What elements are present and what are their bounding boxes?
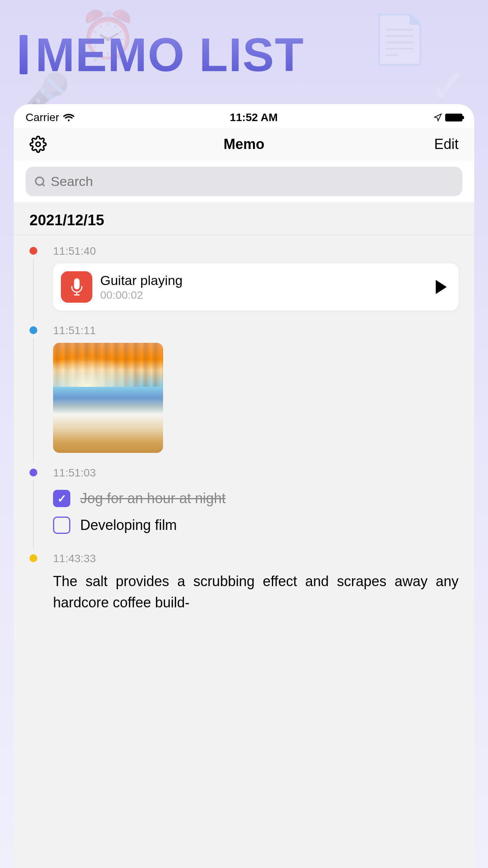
search-icon [34, 176, 46, 188]
checklist-label: Jog for an hour at night [80, 490, 226, 507]
edit-button[interactable]: Edit [434, 136, 459, 153]
audio-info: Guitar playing 00:00:02 [100, 273, 428, 302]
timeline-dot [29, 247, 37, 255]
status-right [433, 113, 462, 122]
timeline-line [33, 259, 34, 320]
title-text: MEMO LIST [35, 28, 305, 82]
date-header: 2021/12/15 [14, 206, 474, 235]
search-input[interactable] [51, 174, 454, 189]
entry-timestamp: 11:43:33 [53, 552, 459, 565]
status-left: Carrier [26, 111, 74, 124]
timeline-entry-image: 11:51:11 [14, 320, 474, 463]
checkbox-checked[interactable]: ✓ [53, 490, 70, 507]
checklist-item: ✓ Jog for an hour at night [53, 485, 459, 512]
nav-bar: Memo Edit [14, 128, 474, 161]
text-memo-content[interactable]: The salt provides a scrubbing effect and… [53, 571, 459, 613]
microphone-icon [70, 278, 84, 296]
timeline-entry-text: 11:43:33 The salt provides a scrubbing e… [14, 548, 474, 623]
location-icon [433, 113, 442, 122]
audio-duration: 00:00:02 [100, 289, 428, 302]
title-accent-bar [20, 35, 28, 74]
carrier-label: Carrier [26, 111, 59, 124]
svg-point-0 [36, 142, 40, 147]
memo-list-content: 2021/12/15 11:51:40 Guitar playing 00 [14, 202, 474, 868]
timeline-dot [29, 554, 37, 562]
wifi-icon [63, 114, 74, 121]
checkbox-unchecked[interactable] [53, 517, 70, 534]
search-bar[interactable] [26, 167, 462, 196]
audio-memo-card[interactable]: Guitar playing 00:00:02 [53, 263, 459, 311]
phone-frame: Carrier 11:52 AM Memo Edit [14, 104, 474, 868]
svg-line-2 [42, 184, 44, 186]
checklist-item: Developing film [53, 512, 459, 539]
play-button[interactable] [436, 280, 447, 294]
gear-icon[interactable] [29, 136, 47, 153]
page-title: MEMO LIST [20, 28, 305, 82]
checkmark-icon: ✓ [57, 492, 66, 505]
timeline-dot [29, 326, 37, 334]
battery-icon [445, 114, 462, 121]
nav-title: Memo [224, 136, 264, 153]
timeline-line [33, 480, 34, 548]
audio-icon-box [61, 271, 92, 303]
checklist-label: Developing film [80, 517, 177, 533]
entry-timestamp: 11:51:11 [53, 324, 459, 337]
status-bar: Carrier 11:52 AM [14, 104, 474, 128]
svg-point-1 [36, 177, 44, 185]
timeline-entry-checklist: 11:51:03 ✓ Jog for an hour at night Deve… [14, 463, 474, 548]
timeline-line [33, 338, 34, 463]
memo-image-sunset-beach[interactable] [53, 343, 163, 453]
timeline-dot [29, 469, 37, 476]
timeline-entry-audio: 11:51:40 Guitar playing 00:00:02 [14, 241, 474, 320]
entry-timestamp: 11:51:03 [53, 467, 459, 479]
entry-timestamp: 11:51:40 [53, 245, 459, 257]
audio-title: Guitar playing [100, 273, 428, 288]
svg-rect-3 [74, 278, 79, 289]
status-time: 11:52 AM [230, 111, 278, 124]
